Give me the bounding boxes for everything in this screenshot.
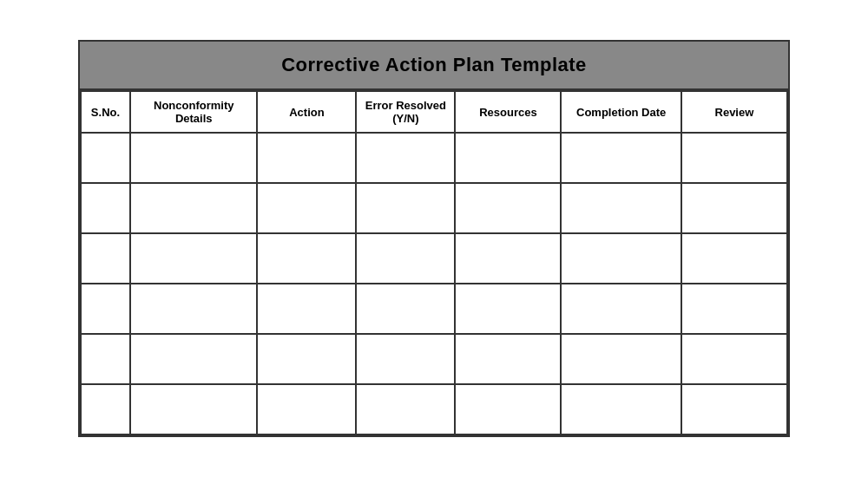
cell-error_resolved [356,183,455,233]
cell-resources [455,133,561,183]
table-row [81,284,787,334]
table-row [81,334,787,384]
cell-action [257,284,356,334]
table-title: Corrective Action Plan Template [80,42,788,90]
cell-action [257,384,356,435]
col-header-nonconformity: Nonconformity Details [130,91,258,133]
cell-action [257,334,356,384]
header-row: S.No. Nonconformity Details Action Error… [81,91,787,133]
table-row [81,133,787,183]
cell-review [681,233,787,284]
cell-error_resolved [356,334,455,384]
cell-sno [81,334,130,384]
cell-completion_date [561,183,681,233]
cell-action [257,183,356,233]
cell-completion_date [561,133,681,183]
cell-error_resolved [356,133,455,183]
cell-completion_date [561,334,681,384]
col-header-review: Review [681,91,787,133]
cell-resources [455,384,561,435]
cell-completion_date [561,384,681,435]
cell-review [681,334,787,384]
cell-error_resolved [356,284,455,334]
col-header-error-resolved: Error Resolved (Y/N) [356,91,455,133]
cell-sno [81,133,130,183]
cell-resources [455,334,561,384]
cell-completion_date [561,233,681,284]
cell-sno [81,284,130,334]
cell-error_resolved [356,233,455,284]
cell-resources [455,183,561,233]
col-header-completion-date: Completion Date [561,91,681,133]
col-header-sno: S.No. [81,91,130,133]
cell-review [681,384,787,435]
cell-nonconformity [130,384,258,435]
cell-review [681,284,787,334]
cell-nonconformity [130,334,258,384]
cell-review [681,133,787,183]
cell-review [681,183,787,233]
cell-error_resolved [356,384,455,435]
cell-nonconformity [130,284,258,334]
cell-resources [455,233,561,284]
table-body [81,133,787,435]
cell-completion_date [561,284,681,334]
cell-sno [81,233,130,284]
cell-action [257,133,356,183]
col-header-action: Action [257,91,356,133]
cell-sno [81,384,130,435]
cell-nonconformity [130,183,258,233]
cell-action [257,233,356,284]
cell-sno [81,183,130,233]
cell-nonconformity [130,233,258,284]
plan-table: S.No. Nonconformity Details Action Error… [80,90,788,435]
cell-resources [455,284,561,334]
col-header-resources: Resources [455,91,561,133]
table-row [81,233,787,284]
table-row [81,384,787,435]
cell-nonconformity [130,133,258,183]
corrective-action-plan: Corrective Action Plan Template S.No. No… [78,40,790,437]
table-row [81,183,787,233]
